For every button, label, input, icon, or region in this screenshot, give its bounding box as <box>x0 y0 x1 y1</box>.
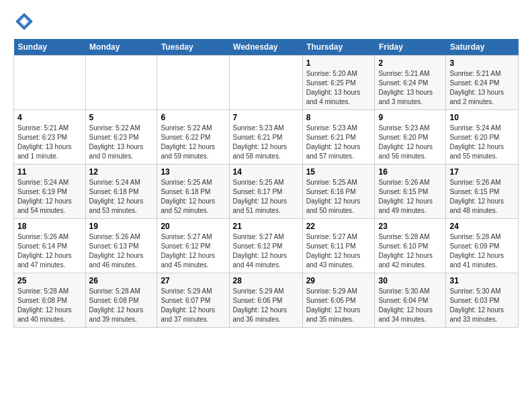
day-info: Sunrise: 5:24 AM Sunset: 6:18 PM Dayligh… <box>89 178 154 216</box>
day-info: Sunrise: 5:26 AM Sunset: 6:15 PM Dayligh… <box>449 178 515 216</box>
day-number: 14 <box>233 167 299 177</box>
day-number: 13 <box>161 167 225 177</box>
calendar-table: SundayMondayTuesdayWednesdayThursdayFrid… <box>13 39 519 328</box>
day-info: Sunrise: 5:28 AM Sunset: 6:09 PM Dayligh… <box>449 232 515 270</box>
day-info: Sunrise: 5:29 AM Sunset: 6:07 PM Dayligh… <box>161 287 225 324</box>
calendar-cell: 1Sunrise: 5:20 AM Sunset: 6:25 PM Daylig… <box>302 56 375 110</box>
col-header-thursday: Thursday <box>302 39 375 56</box>
day-info: Sunrise: 5:30 AM Sunset: 6:03 PM Dayligh… <box>449 287 515 324</box>
day-info: Sunrise: 5:24 AM Sunset: 6:20 PM Dayligh… <box>449 124 515 161</box>
day-info: Sunrise: 5:25 AM Sunset: 6:17 PM Dayligh… <box>233 178 299 216</box>
calendar-cell: 10Sunrise: 5:24 AM Sunset: 6:20 PM Dayli… <box>446 110 519 165</box>
logo-icon <box>13 11 35 32</box>
day-info: Sunrise: 5:21 AM Sunset: 6:23 PM Dayligh… <box>17 124 82 161</box>
calendar-cell: 14Sunrise: 5:25 AM Sunset: 6:17 PM Dayli… <box>229 165 302 219</box>
day-info: Sunrise: 5:23 AM Sunset: 6:21 PM Dayligh… <box>306 124 371 161</box>
day-number: 4 <box>17 113 82 122</box>
day-number: 1 <box>306 58 371 68</box>
day-number: 28 <box>233 276 299 285</box>
day-info: Sunrise: 5:29 AM Sunset: 6:06 PM Dayligh… <box>233 287 299 324</box>
week-row-4: 18Sunrise: 5:26 AM Sunset: 6:14 PM Dayli… <box>14 219 519 273</box>
day-info: Sunrise: 5:21 AM Sunset: 6:24 PM Dayligh… <box>378 69 442 107</box>
day-number: 25 <box>17 276 82 285</box>
calendar-cell: 9Sunrise: 5:23 AM Sunset: 6:20 PM Daylig… <box>375 110 446 165</box>
week-row-2: 4Sunrise: 5:21 AM Sunset: 6:23 PM Daylig… <box>14 110 519 165</box>
day-number: 16 <box>378 167 442 177</box>
day-info: Sunrise: 5:27 AM Sunset: 6:11 PM Dayligh… <box>306 232 371 270</box>
day-info: Sunrise: 5:28 AM Sunset: 6:08 PM Dayligh… <box>17 287 82 324</box>
day-number: 20 <box>161 222 225 231</box>
day-number: 21 <box>233 222 299 231</box>
day-info: Sunrise: 5:29 AM Sunset: 6:05 PM Dayligh… <box>306 287 371 324</box>
calendar-cell <box>14 56 86 110</box>
day-number: 31 <box>449 276 515 285</box>
day-number: 30 <box>378 276 442 285</box>
week-row-3: 11Sunrise: 5:24 AM Sunset: 6:19 PM Dayli… <box>14 165 519 219</box>
calendar-cell: 8Sunrise: 5:23 AM Sunset: 6:21 PM Daylig… <box>302 110 375 165</box>
calendar-cell: 30Sunrise: 5:30 AM Sunset: 6:04 PM Dayli… <box>375 273 446 328</box>
day-number: 2 <box>378 58 442 68</box>
day-info: Sunrise: 5:24 AM Sunset: 6:19 PM Dayligh… <box>17 178 82 216</box>
day-number: 18 <box>17 222 82 231</box>
calendar-cell: 19Sunrise: 5:26 AM Sunset: 6:13 PM Dayli… <box>85 219 157 273</box>
calendar-cell: 31Sunrise: 5:30 AM Sunset: 6:03 PM Dayli… <box>446 273 519 328</box>
calendar-cell: 27Sunrise: 5:29 AM Sunset: 6:07 PM Dayli… <box>157 273 229 328</box>
day-number: 9 <box>378 113 442 122</box>
day-number: 24 <box>449 222 515 231</box>
day-info: Sunrise: 5:26 AM Sunset: 6:14 PM Dayligh… <box>17 232 82 270</box>
day-info: Sunrise: 5:25 AM Sunset: 6:18 PM Dayligh… <box>161 178 225 216</box>
day-number: 5 <box>89 113 154 122</box>
day-number: 8 <box>306 113 371 122</box>
calendar-cell: 6Sunrise: 5:22 AM Sunset: 6:22 PM Daylig… <box>157 110 229 165</box>
day-number: 7 <box>233 113 299 122</box>
day-info: Sunrise: 5:23 AM Sunset: 6:21 PM Dayligh… <box>233 124 299 161</box>
calendar-cell: 12Sunrise: 5:24 AM Sunset: 6:18 PM Dayli… <box>85 165 157 219</box>
day-number: 19 <box>89 222 154 231</box>
day-info: Sunrise: 5:30 AM Sunset: 6:04 PM Dayligh… <box>378 287 442 324</box>
calendar-cell: 7Sunrise: 5:23 AM Sunset: 6:21 PM Daylig… <box>229 110 302 165</box>
calendar-cell: 4Sunrise: 5:21 AM Sunset: 6:23 PM Daylig… <box>14 110 86 165</box>
calendar-cell <box>157 56 229 110</box>
calendar-cell: 3Sunrise: 5:21 AM Sunset: 6:24 PM Daylig… <box>446 56 519 110</box>
day-number: 6 <box>161 113 225 122</box>
day-info: Sunrise: 5:27 AM Sunset: 6:12 PM Dayligh… <box>233 232 299 270</box>
page: SundayMondayTuesdayWednesdayThursdayFrid… <box>0 0 532 334</box>
logo <box>13 11 38 32</box>
calendar-cell: 26Sunrise: 5:28 AM Sunset: 6:08 PM Dayli… <box>85 273 157 328</box>
calendar-cell: 23Sunrise: 5:28 AM Sunset: 6:10 PM Dayli… <box>375 219 446 273</box>
day-info: Sunrise: 5:23 AM Sunset: 6:20 PM Dayligh… <box>378 124 442 161</box>
calendar-cell: 11Sunrise: 5:24 AM Sunset: 6:19 PM Dayli… <box>14 165 86 219</box>
day-info: Sunrise: 5:28 AM Sunset: 6:10 PM Dayligh… <box>378 232 442 270</box>
day-info: Sunrise: 5:20 AM Sunset: 6:25 PM Dayligh… <box>306 69 371 107</box>
col-header-saturday: Saturday <box>446 39 519 56</box>
calendar-cell: 20Sunrise: 5:27 AM Sunset: 6:12 PM Dayli… <box>157 219 229 273</box>
day-number: 22 <box>306 222 371 231</box>
calendar-cell: 25Sunrise: 5:28 AM Sunset: 6:08 PM Dayli… <box>14 273 86 328</box>
calendar-cell: 21Sunrise: 5:27 AM Sunset: 6:12 PM Dayli… <box>229 219 302 273</box>
day-number: 11 <box>17 167 82 177</box>
day-number: 26 <box>89 276 154 285</box>
header <box>13 11 519 32</box>
day-info: Sunrise: 5:26 AM Sunset: 6:15 PM Dayligh… <box>378 178 442 216</box>
calendar-header-row: SundayMondayTuesdayWednesdayThursdayFrid… <box>14 39 519 56</box>
day-info: Sunrise: 5:22 AM Sunset: 6:23 PM Dayligh… <box>89 124 154 161</box>
col-header-friday: Friday <box>375 39 446 56</box>
calendar-cell <box>85 56 157 110</box>
calendar-cell: 29Sunrise: 5:29 AM Sunset: 6:05 PM Dayli… <box>302 273 375 328</box>
day-info: Sunrise: 5:27 AM Sunset: 6:12 PM Dayligh… <box>161 232 225 270</box>
calendar-cell: 5Sunrise: 5:22 AM Sunset: 6:23 PM Daylig… <box>85 110 157 165</box>
calendar-cell: 16Sunrise: 5:26 AM Sunset: 6:15 PM Dayli… <box>375 165 446 219</box>
calendar-cell <box>229 56 302 110</box>
day-info: Sunrise: 5:26 AM Sunset: 6:13 PM Dayligh… <box>89 232 154 270</box>
day-info: Sunrise: 5:22 AM Sunset: 6:22 PM Dayligh… <box>161 124 225 161</box>
col-header-wednesday: Wednesday <box>229 39 302 56</box>
week-row-1: 1Sunrise: 5:20 AM Sunset: 6:25 PM Daylig… <box>14 56 519 110</box>
col-header-tuesday: Tuesday <box>157 39 229 56</box>
col-header-monday: Monday <box>85 39 157 56</box>
day-number: 3 <box>449 58 515 68</box>
day-number: 17 <box>449 167 515 177</box>
day-info: Sunrise: 5:21 AM Sunset: 6:24 PM Dayligh… <box>449 69 515 107</box>
calendar-cell: 2Sunrise: 5:21 AM Sunset: 6:24 PM Daylig… <box>375 56 446 110</box>
calendar-cell: 18Sunrise: 5:26 AM Sunset: 6:14 PM Dayli… <box>14 219 86 273</box>
calendar-cell: 15Sunrise: 5:25 AM Sunset: 6:16 PM Dayli… <box>302 165 375 219</box>
